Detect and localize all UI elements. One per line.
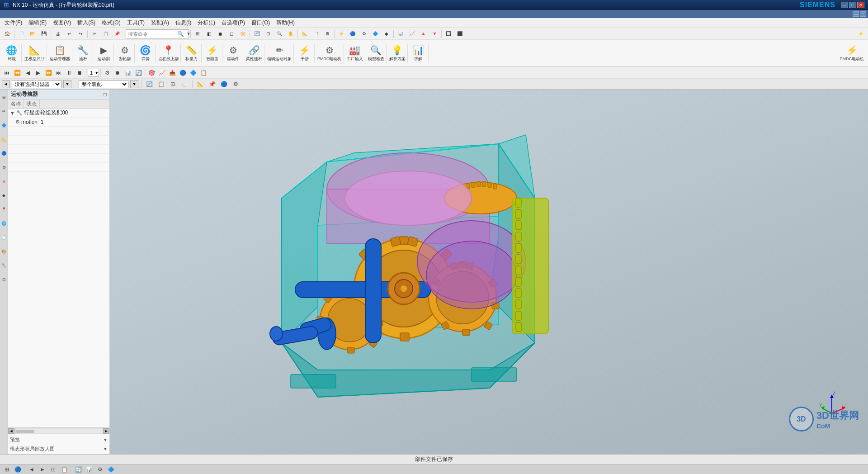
anim-extra2[interactable]: 🔄	[133, 68, 143, 77]
tb-shade[interactable]: ◼	[215, 29, 226, 39]
side-tool-7[interactable]: 🔺	[1, 175, 7, 188]
bottom-btn-6[interactable]: 📋	[59, 465, 69, 474]
tb-shape3[interactable]: 🔺	[418, 29, 429, 39]
filter-prev[interactable]: ◄	[2, 80, 10, 88]
side-tool-14[interactable]: ⊡	[1, 273, 7, 286]
menu-file[interactable]: 文件(F)	[2, 18, 25, 28]
anim-record-btn[interactable]: ⏺	[113, 68, 123, 77]
bottom-btn-9[interactable]: ⚙	[95, 465, 105, 474]
module-point-line[interactable]: 📍 点在线上副	[156, 44, 181, 63]
tb-view-2[interactable]: ◧	[203, 29, 214, 39]
tb-redo[interactable]: ↪	[75, 29, 86, 39]
anim-play-btn[interactable]: ▶	[33, 68, 43, 77]
menu-edit[interactable]: 编辑(E)	[26, 18, 49, 28]
viewport[interactable]: Z X Y 3D 3D世界网 CoM	[110, 90, 868, 454]
menu-format[interactable]: 格式(O)	[99, 18, 123, 28]
nav-panel-maximize[interactable]: □	[104, 91, 107, 98]
module-solve[interactable]: 📊 求解	[409, 44, 429, 63]
menu-info[interactable]: 信息(I)	[173, 18, 194, 28]
module-model-check[interactable]: 🔍 模型检查	[366, 44, 387, 63]
tb-shape2[interactable]: 📈	[406, 29, 417, 39]
frame-dropdown[interactable]: ▼	[94, 71, 99, 75]
filter-icon8[interactable]: ⚙	[231, 80, 241, 89]
bottom-btn-5[interactable]: ⊡	[48, 465, 58, 474]
tb-print[interactable]: 🖨	[52, 29, 63, 39]
tb-extra1[interactable]: 🔲	[443, 29, 454, 39]
bottom-btn-8[interactable]: 📊	[84, 465, 94, 474]
module-scalar-force[interactable]: 📏 标量力	[182, 44, 202, 63]
menu-view[interactable]: 视图(V)	[50, 18, 74, 28]
module-smart-gear[interactable]: ⚡ 智能齿	[203, 44, 222, 63]
tb-orient[interactable]: 🔄	[251, 29, 262, 39]
scroll-left[interactable]: ◄	[8, 428, 14, 434]
assembly-select[interactable]: 整个装配	[79, 80, 128, 88]
menu-tools[interactable]: 工具(T)	[124, 18, 147, 28]
anim-pause-btn[interactable]: ⏸	[64, 68, 74, 77]
nav-scrollbar[interactable]: ◄ ►	[8, 427, 109, 434]
tb-save[interactable]: 💾	[38, 29, 49, 39]
module-environment[interactable]: 🌐 环境	[2, 44, 22, 63]
scrollbar-thumb[interactable]	[16, 430, 34, 433]
tb-new[interactable]: 📄	[16, 29, 27, 39]
tb-cut[interactable]: ✂	[89, 29, 100, 39]
assembly-dropdown[interactable]: ▼	[130, 80, 138, 88]
menu-insert[interactable]: 插入(S)	[75, 18, 98, 28]
tb-layer[interactable]: 📑	[311, 29, 321, 39]
anim-export-btn[interactable]: 📤	[167, 68, 177, 77]
module-pmdc[interactable]: ⚙ PMDC电动机	[316, 44, 344, 63]
tb-home[interactable]: 🏠	[2, 29, 13, 39]
menu-preferences[interactable]: 首选项(P)	[219, 18, 248, 28]
menu-assembly[interactable]: 装配(A)	[148, 18, 172, 28]
bottom-dropdown[interactable]: ▼	[103, 446, 108, 451]
side-tool-10[interactable]: 🌐	[1, 217, 7, 230]
menu-window[interactable]: 窗口(O)	[249, 18, 273, 28]
filter-icon2[interactable]: 📋	[156, 80, 166, 89]
anim-settings-btn[interactable]: ⚙	[102, 68, 112, 77]
bottom-btn-10[interactable]: 🔷	[106, 465, 116, 474]
bottom-btn-2[interactable]: 🔵	[13, 465, 23, 474]
preview-dropdown[interactable]: ▼	[103, 437, 108, 442]
anim-more3[interactable]: 📋	[198, 68, 208, 77]
filter-icon7[interactable]: 🔵	[219, 80, 229, 89]
anim-stop-btn[interactable]: ⏹	[75, 68, 85, 77]
filter-select[interactable]: 没有选择过滤器	[12, 80, 61, 88]
bottom-btn-7[interactable]: 🔄	[73, 465, 83, 474]
tb-view-1[interactable]: ⊞	[192, 29, 203, 39]
anim-more2[interactable]: 🔷	[188, 68, 198, 77]
search-box[interactable]: 🔍 ▼	[126, 29, 189, 38]
side-tool-1[interactable]: ⊞	[1, 90, 7, 104]
module-rod[interactable]: 🔧 油杆	[73, 44, 93, 63]
restore-button[interactable]: □	[849, 2, 856, 8]
side-tool-11[interactable]: 🕐	[1, 231, 7, 244]
anim-more1[interactable]: 🔵	[178, 68, 188, 77]
anim-chart-btn[interactable]: 📈	[157, 68, 167, 77]
module-solver-plan[interactable]: 💡 解算方案	[387, 44, 408, 63]
anim-view-btn[interactable]: 🎯	[146, 68, 156, 77]
module-edit-motion[interactable]: ✏ 编辑运动对象	[265, 44, 294, 63]
anim-end-btn[interactable]: ⏭	[54, 68, 64, 77]
side-tool-8[interactable]: ◆	[1, 189, 7, 202]
search-input[interactable]	[126, 31, 176, 37]
tb-more3[interactable]: ⚙	[359, 29, 369, 39]
side-tool-2[interactable]: ✏	[1, 104, 7, 118]
filter-icon3[interactable]: ⊡	[168, 80, 178, 89]
tb-extra2[interactable]: ⬛	[454, 29, 465, 39]
module-model-dim[interactable]: 📐 主模型尺寸	[23, 44, 47, 63]
close-button[interactable]: ✕	[857, 2, 864, 8]
scrollbar-track[interactable]	[15, 429, 102, 433]
module-factory-input[interactable]: 🏭 工厂输入	[345, 44, 365, 63]
module-interference[interactable]: ⚡ 干涉	[295, 44, 315, 63]
anim-prev-btn[interactable]: ⏪	[12, 68, 22, 77]
tb-pan[interactable]: ✋	[285, 29, 296, 39]
tb-more1[interactable]: ⚡	[336, 29, 347, 39]
module-pmdc-right[interactable]: ⚡ PMDC电动机	[838, 44, 867, 63]
module-motion-pair[interactable]: ▶ 运动副	[94, 44, 114, 63]
anim-extra1[interactable]: 📊	[123, 68, 133, 77]
side-tool-5[interactable]: 🔵	[1, 147, 7, 160]
tb-more2[interactable]: 🔵	[347, 29, 358, 39]
tb-paste[interactable]: 📌	[112, 29, 123, 39]
inner-restore[interactable]: □	[860, 11, 866, 17]
menu-help[interactable]: 帮助(H)	[274, 18, 297, 28]
tb-fit[interactable]: ⊡	[263, 29, 274, 39]
module-gear-pair[interactable]: ⚙ 齿轮副	[115, 44, 135, 63]
